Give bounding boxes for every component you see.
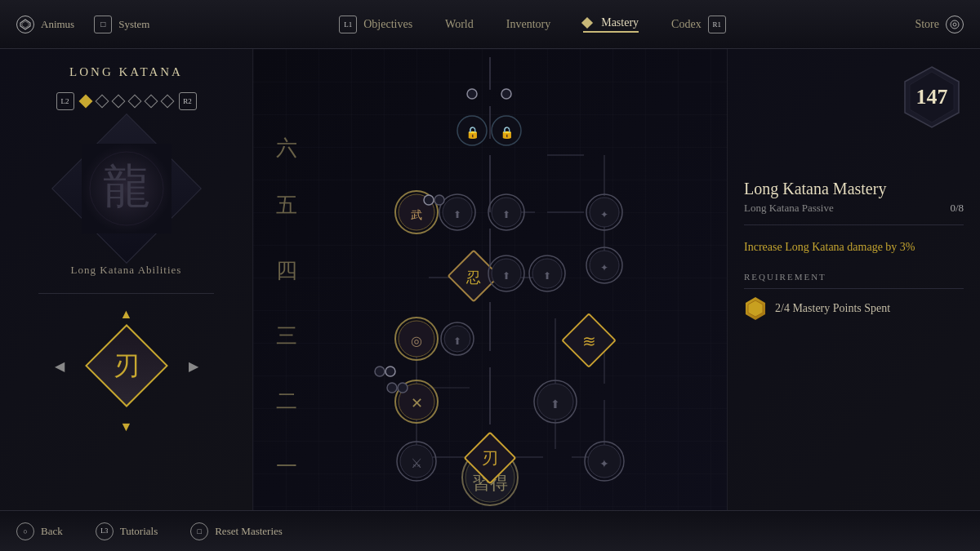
requirement-text: 2/4 Mastery Points Spent [775,302,890,315]
mastery-diamond-icon [581,16,593,28]
svg-point-55 [398,383,408,393]
system-icon: □ [94,16,112,33]
ability-up-indicator: ▲ [120,307,133,322]
svg-text:✦: ✦ [599,458,609,470]
animus-label: Animus [41,18,74,31]
svg-text:⬆: ⬆ [550,398,560,411]
svg-text:⬆: ⬆ [453,209,461,220]
mastery-points-value: 147 [916,85,948,109]
back-icon: ○ [16,522,34,540]
inventory-label: Inventory [506,18,550,31]
svg-point-92 [424,195,434,205]
svg-text:≋: ≋ [582,332,596,350]
svg-text:✕: ✕ [411,395,423,411]
weapon-art-area: 龍 [78,140,176,238]
nav-center-section: L1 Objectives World Inventory Mastery Co… [149,16,915,33]
svg-point-93 [434,195,444,205]
mastery-nav-item[interactable]: Mastery [583,16,639,33]
reset-button[interactable]: □ Reset Masteries [190,522,283,540]
weapon-label: Long Katana Abilities [71,264,182,277]
nav-left-section: Animus □ System [16,16,149,33]
svg-text:二: 二 [276,389,297,413]
mastery-subtitle-row: Long Katana Passive 0/8 [744,202,964,225]
skill-tree-panel: 一 二 三 四 五 六 [253,49,727,510]
mastery-points-hex: 147 [900,65,964,129]
world-nav-item[interactable]: World [445,18,474,31]
tutorials-icon: L3 [96,522,114,540]
l1-badge: L1 [339,16,357,33]
svg-point-54 [387,383,397,393]
ability-next-button[interactable]: ▶ [184,356,203,375]
ability-diamond-symbol: 刃 [106,344,147,388]
system-nav-item[interactable]: □ System [94,16,149,33]
ability-nav: ◀ 刃 ▶ [50,325,203,407]
svg-text:⬆: ⬆ [502,270,510,282]
mastery-dot-4 [127,95,141,109]
ability-prev-button[interactable]: ◀ [50,356,69,375]
svg-marker-1 [22,21,29,28]
svg-text:武: 武 [411,209,422,221]
mastery-description: Increase Long Katana damage by 3% [744,238,964,256]
svg-text:一: 一 [276,455,297,478]
main-content: LONG KATANA L2 R2 [0,49,980,510]
svg-text:🔒: 🔒 [500,126,514,140]
divider-1 [38,293,214,294]
svg-text:三: 三 [276,324,297,348]
top-navigation: Animus □ System L1 Objectives World Inve… [0,0,980,49]
left-panel: LONG KATANA L2 R2 [0,49,253,510]
svg-text:龍: 龍 [103,160,150,213]
svg-point-95 [501,89,511,99]
ability-down-indicator: ▼ [120,420,133,434]
right-panel: 147 Long Katana Mastery Long Katana Pass… [727,49,980,510]
l2-badge: L2 [56,92,74,110]
bottom-bar: ○ Back L3 Tutorials □ Reset Masteries [0,510,980,551]
codex-label: Codex [671,18,702,31]
svg-point-3 [953,23,956,26]
store-nav-item[interactable]: Store [915,16,964,33]
svg-text:五: 五 [276,193,297,217]
animus-icon [16,16,34,33]
svg-text:✦: ✦ [600,262,608,273]
mastery-label: Mastery [601,16,639,29]
mastery-title: Long Katana Mastery [744,180,964,198]
store-label: Store [915,18,939,31]
skill-tree-svg: 一 二 三 四 五 六 [253,49,727,510]
svg-point-79 [385,367,395,376]
objectives-nav-item[interactable]: L1 Objectives [339,16,412,33]
r1-badge: R1 [708,16,726,33]
r2-badge: R2 [179,92,197,110]
tutorials-button[interactable]: L3 Tutorials [96,522,158,540]
inventory-nav-item[interactable]: Inventory [506,18,550,31]
svg-text:⬆: ⬆ [543,270,551,282]
back-button[interactable]: ○ Back [16,522,63,540]
mastery-dot-6 [160,95,174,109]
codex-nav-item[interactable]: Codex R1 [671,16,726,33]
mastery-progress: 0/8 [950,202,964,215]
svg-text:刃: 刃 [482,449,498,467]
weapon-art-svg: 龍 [82,144,172,233]
svg-point-94 [467,89,477,99]
svg-text:✦: ✦ [600,209,608,220]
damage-highlight: 3% [900,241,915,253]
svg-point-78 [375,367,385,376]
weapon-image-container: 龍 [61,123,192,254]
weapon-title: LONG KATANA [69,65,183,79]
req-hex-icon [744,297,767,320]
svg-marker-102 [748,300,763,317]
svg-text:🔒: 🔒 [466,126,480,140]
animus-nav-item[interactable]: Animus [16,16,74,33]
store-icon [946,16,964,33]
reset-icon: □ [190,522,208,540]
objectives-label: Objectives [363,18,412,31]
system-label: System [118,18,149,31]
requirement-item: 2/4 Mastery Points Spent [744,297,964,320]
mastery-dot-1 [78,95,92,109]
svg-text:⚔: ⚔ [411,456,422,470]
mastery-subtitle-label: Long Katana Passive [744,202,834,215]
mastery-dots-row: L2 R2 [56,92,197,110]
svg-text:⬆: ⬆ [453,335,461,347]
mastery-dot-3 [111,95,125,109]
back-label: Back [41,525,63,538]
ability-icon-large: 刃 [86,325,167,407]
svg-point-2 [951,20,959,29]
